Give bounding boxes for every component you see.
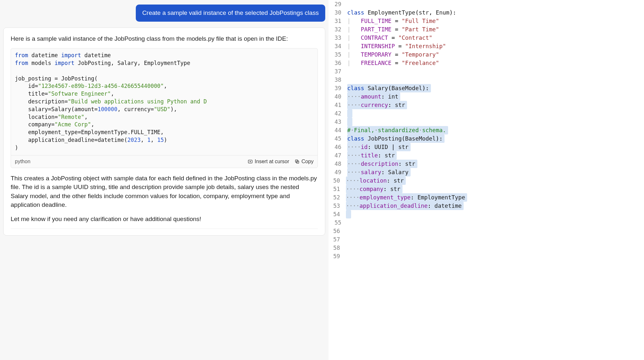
line-number: 52	[328, 193, 346, 202]
line-number: 42	[328, 109, 347, 118]
line-number: 34	[328, 42, 347, 50]
line-number: 47	[328, 151, 347, 160]
chat-panel: Create a sample valid instance of the se…	[0, 0, 328, 360]
editor-line[interactable]: 49····salary: Salary	[328, 168, 644, 176]
insert-label: Insert at cursor	[255, 159, 289, 164]
line-number: 46	[328, 143, 347, 151]
line-number: 50	[328, 176, 346, 185]
line-content[interactable]: | FULL_TIME = "Full Time"	[347, 17, 439, 25]
editor-line[interactable]: 41····currency: str	[328, 101, 644, 109]
editor-line[interactable]: 53····application_deadline: datetime	[328, 202, 644, 210]
editor-line[interactable]: 33| CONTRACT = "Contract"	[328, 34, 644, 42]
editor-line[interactable]: 38	[328, 76, 644, 84]
copy-button[interactable]: Copy	[295, 159, 314, 164]
code-editor[interactable]: 2930class EmploymentType(str, Enum):31| …	[328, 0, 644, 360]
line-content[interactable]	[347, 109, 353, 118]
line-number: 40	[328, 92, 347, 101]
editor-body[interactable]: 2930class EmploymentType(str, Enum):31| …	[328, 0, 644, 260]
line-content[interactable]: ····currency: str	[347, 101, 407, 109]
line-number: 54	[328, 210, 346, 218]
line-number: 35	[328, 50, 347, 59]
line-number: 55	[328, 218, 347, 227]
editor-line[interactable]: 42	[328, 109, 644, 118]
editor-line[interactable]: 50····location: str	[328, 176, 644, 185]
line-number: 57	[328, 235, 346, 244]
line-number: 44	[328, 126, 347, 134]
editor-line[interactable]: 36| FREELANCE = "Freelance"	[328, 59, 644, 67]
editor-line[interactable]: 32| PART_TIME = "Part Time"	[328, 25, 644, 34]
copy-label: Copy	[302, 159, 314, 164]
user-message-text: Create a sample valid instance of the se…	[142, 9, 319, 16]
line-number: 33	[328, 34, 347, 42]
line-content[interactable]: | CONTRACT = "Contract"	[347, 34, 432, 42]
line-content[interactable]: ····salary: Salary	[347, 168, 411, 176]
editor-line[interactable]: 40····amount: int	[328, 92, 644, 101]
code-block: from datetime import datetime from model…	[11, 48, 318, 168]
line-content[interactable]: ····amount: int	[347, 92, 400, 101]
insert-at-cursor-button[interactable]: Insert at cursor	[248, 159, 289, 164]
line-number: 48	[328, 160, 347, 168]
line-content[interactable]: | PART_TIME = "Part Time"	[347, 25, 439, 34]
editor-line[interactable]: 34| INTERNSHIP = "Internship"	[328, 42, 644, 50]
line-content[interactable]: ····employment_type: EmploymentType	[346, 193, 467, 202]
editor-line[interactable]: 48····description: str	[328, 160, 644, 168]
line-number: 37	[328, 67, 347, 76]
line-content[interactable]: ····location: str	[346, 176, 406, 185]
line-content[interactable]: ····title: str	[347, 151, 397, 160]
editor-line[interactable]: 59	[328, 252, 644, 260]
editor-line[interactable]: 51····company: str	[328, 185, 644, 193]
line-content[interactable]: | INTERNSHIP = "Internship"	[347, 42, 446, 50]
line-content[interactable]: ····description: str	[347, 160, 417, 168]
line-content[interactable]: ····company: str	[346, 185, 403, 193]
editor-line[interactable]: 45class JobPosting(BaseModel):	[328, 134, 644, 143]
line-number: 58	[328, 244, 346, 252]
editor-line[interactable]: 37	[328, 67, 644, 76]
response-followup: Let me know if you need any clarificatio…	[11, 215, 318, 224]
editor-line[interactable]: 56	[328, 227, 644, 235]
line-content[interactable]: | TEMPORARY = "Temporary"	[347, 50, 439, 59]
line-number: 43	[328, 118, 347, 126]
editor-line[interactable]: 29	[328, 0, 644, 8]
line-number: 29	[328, 0, 347, 8]
code-content[interactable]: from datetime import datetime from model…	[11, 48, 317, 155]
response-explanation: This creates a JobPosting object with sa…	[11, 174, 318, 209]
editor-line[interactable]: 57	[328, 235, 644, 244]
line-number: 49	[328, 168, 347, 176]
editor-line[interactable]: 58	[328, 244, 644, 252]
line-number: 38	[328, 76, 347, 84]
line-content[interactable]	[346, 210, 351, 218]
editor-line[interactable]: 52····employment_type: EmploymentType	[328, 193, 644, 202]
code-footer: python Insert at cursor Copy	[11, 155, 317, 168]
line-content[interactable]: ····application_deadline: datetime	[346, 202, 464, 210]
line-content[interactable]: class Salary(BaseModel):	[347, 84, 431, 92]
line-number: 45	[328, 134, 347, 143]
editor-line[interactable]: 47····title: str	[328, 151, 644, 160]
editor-line[interactable]: 39class Salary(BaseModel):	[328, 84, 644, 92]
line-number: 32	[328, 25, 347, 34]
editor-line[interactable]: 35| TEMPORARY = "Temporary"	[328, 50, 644, 59]
editor-line[interactable]: 55	[328, 218, 644, 227]
line-content[interactable]: ····id: UUID | str	[347, 143, 411, 151]
editor-line[interactable]: 43	[328, 118, 644, 126]
response-intro: Here is a sample valid instance of the J…	[11, 34, 318, 43]
line-number: 31	[328, 17, 347, 25]
editor-line[interactable]: 46····id: UUID | str	[328, 143, 644, 151]
line-content[interactable]: class JobPosting(BaseModel):	[347, 134, 445, 143]
user-message-row: Create a sample valid instance of the se…	[3, 5, 325, 22]
line-number: 56	[328, 227, 346, 235]
line-number: 53	[328, 202, 346, 210]
line-content[interactable]: #·Final,·standardized·schema.	[347, 126, 448, 134]
code-language-label: python	[15, 159, 30, 164]
editor-line[interactable]: 30class EmploymentType(str, Enum):	[328, 8, 644, 17]
line-number: 36	[328, 59, 347, 67]
editor-line[interactable]: 31| FULL_TIME = "Full Time"	[328, 17, 644, 25]
line-content[interactable]	[347, 118, 353, 126]
line-content[interactable]: class EmploymentType(str, Enum):	[347, 8, 456, 17]
editor-line[interactable]: 54	[328, 210, 644, 218]
user-message-bubble: Create a sample valid instance of the se…	[136, 5, 325, 22]
line-content[interactable]: | FREELANCE = "Freelance"	[347, 59, 439, 67]
line-number: 59	[328, 252, 346, 260]
insert-icon	[248, 159, 253, 164]
editor-line[interactable]: 44#·Final,·standardized·schema.	[328, 126, 644, 134]
divider	[11, 228, 318, 229]
